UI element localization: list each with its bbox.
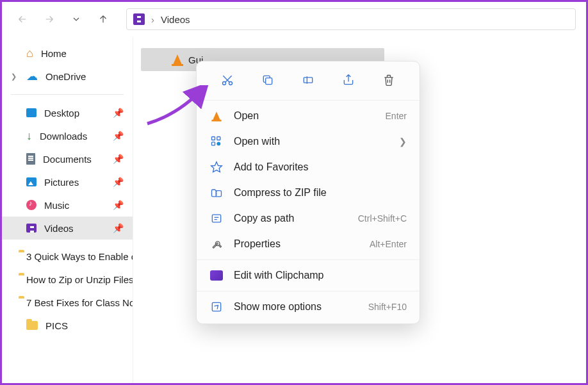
sidebar-item-home[interactable]: ⌂ Home [2, 42, 133, 65]
context-separator [197, 100, 420, 101]
svg-rect-2 [265, 78, 272, 85]
up-button[interactable] [93, 9, 113, 29]
context-item-label: Add to Favorites [234, 161, 309, 173]
context-item-shortcut: Alt+Enter [370, 239, 407, 249]
pin-icon: 📌 [113, 108, 124, 118]
copy-button[interactable] [256, 69, 280, 91]
svg-rect-9 [212, 215, 220, 222]
context-item-shortcut: Ctrl+Shift+C [358, 213, 407, 224]
videos-folder-icon [133, 13, 145, 25]
download-icon: ↓ [26, 129, 32, 143]
context-item-shortcut: Enter [386, 111, 407, 121]
sidebar-separator [11, 94, 124, 95]
context-item-copy-path[interactable]: Copy as path Ctrl+Shift+C [197, 206, 420, 231]
sidebar-item-documents[interactable]: Documents 📌 [2, 147, 133, 170]
pin-icon: 📌 [113, 200, 124, 210]
sidebar-item-music[interactable]: Music 📌 [2, 193, 133, 217]
context-item-favorites[interactable]: Add to Favorites [197, 154, 420, 180]
sidebar-item-label: How to Zip or Unzip Files [26, 274, 133, 285]
forward-button[interactable] [39, 9, 60, 29]
svg-marker-8 [211, 162, 222, 172]
context-item-label: Edit with Clipchamp [234, 270, 324, 281]
sidebar-item-desktop[interactable]: Desktop 📌 [2, 101, 133, 124]
vlc-icon [173, 54, 182, 65]
breadcrumb-current: Videos [161, 14, 190, 25]
context-item-label: Copy as path [234, 213, 294, 224]
sidebar-folder-item[interactable]: PICS [2, 314, 133, 337]
desktop-icon [26, 108, 37, 117]
zip-icon [209, 186, 224, 200]
navigation-pane: ⌂ Home ❯ ☁ OneDrive Desktop 📌 ↓ Download… [2, 37, 133, 383]
context-item-clipchamp[interactable]: Edit with Clipchamp [197, 263, 420, 288]
context-item-label: Properties [234, 238, 281, 250]
context-item-more-options[interactable]: Show more options Shift+F10 [197, 294, 420, 320]
chevron-right-icon: ❯ [11, 72, 19, 81]
sidebar-item-label: Pictures [44, 177, 79, 188]
clipchamp-icon [209, 268, 224, 283]
context-separator [197, 259, 420, 260]
context-item-open[interactable]: Open Enter [197, 103, 420, 129]
copy-path-icon [209, 211, 224, 225]
breadcrumb-separator: › [151, 14, 154, 25]
cloud-icon: ☁ [26, 69, 38, 83]
sidebar-item-label: 3 Quick Ways to Enable or Disable [26, 251, 133, 262]
properties-icon [209, 237, 224, 251]
videos-icon [26, 224, 37, 233]
sidebar-item-pictures[interactable]: Pictures 📌 [2, 170, 133, 193]
star-icon [209, 160, 224, 174]
cut-button[interactable] [215, 69, 240, 91]
context-item-compress[interactable]: Compress to ZIP file [197, 180, 420, 206]
pictures-icon [26, 177, 37, 186]
sidebar-item-label: Desktop [44, 108, 79, 119]
music-icon [26, 200, 37, 210]
pin-icon: 📌 [113, 131, 124, 141]
svg-rect-10 [212, 302, 220, 311]
sidebar-item-label: 7 Best Fixes for Class Not Registered [26, 297, 133, 308]
more-options-icon [209, 300, 224, 314]
context-item-properties[interactable]: Properties Alt+Enter [197, 231, 420, 257]
home-icon: ⌂ [26, 47, 33, 60]
address-bar[interactable]: › Videos [126, 8, 576, 30]
sidebar-item-label: Music [44, 200, 69, 211]
sidebar-folder-item[interactable]: 7 Best Fixes for Class Not Registered [2, 291, 133, 314]
context-item-shortcut: Shift+F10 [368, 302, 407, 312]
sidebar-item-label: Documents [43, 154, 92, 165]
context-item-label: Show more options [234, 301, 322, 313]
svg-rect-4 [212, 137, 215, 140]
sidebar-item-label: Videos [44, 223, 74, 234]
nav-toolbar: › Videos [2, 2, 586, 37]
svg-rect-3 [304, 78, 312, 83]
svg-point-1 [229, 82, 232, 85]
share-button[interactable] [336, 69, 361, 91]
sidebar-item-onedrive[interactable]: ❯ ☁ OneDrive [2, 65, 133, 88]
sidebar-folder-item[interactable]: How to Zip or Unzip Files [2, 268, 133, 291]
documents-icon [26, 153, 35, 165]
svg-rect-5 [212, 142, 215, 145]
sidebar-item-label: OneDrive [45, 71, 86, 82]
context-item-open-with[interactable]: Open with ❯ [197, 129, 420, 154]
back-button[interactable] [12, 9, 33, 29]
context-toolbar [197, 65, 420, 97]
sidebar-item-label: PICS [45, 320, 68, 331]
folder-icon [26, 321, 38, 330]
sidebar-folder-item[interactable]: 3 Quick Ways to Enable or Disable [2, 245, 133, 268]
recent-dropdown[interactable] [66, 9, 86, 29]
context-item-label: Open with [234, 136, 280, 147]
pin-icon: 📌 [113, 177, 124, 187]
svg-rect-6 [217, 137, 220, 140]
open-with-icon [209, 135, 224, 149]
svg-point-0 [222, 82, 225, 85]
sidebar-item-downloads[interactable]: ↓ Downloads 📌 [2, 124, 133, 147]
pin-icon: 📌 [113, 154, 124, 164]
context-item-label: Open [234, 110, 259, 122]
pin-icon: 📌 [113, 223, 124, 233]
rename-button[interactable] [296, 69, 320, 91]
context-menu: Open Enter Open with ❯ Add to Favorites … [196, 61, 420, 324]
sidebar-item-videos[interactable]: Videos 📌 [2, 217, 133, 240]
vlc-icon [209, 109, 224, 123]
delete-button[interactable] [377, 69, 401, 91]
sidebar-item-label: Home [41, 48, 67, 59]
svg-point-7 [216, 142, 220, 145]
context-item-label: Compress to ZIP file [234, 187, 327, 199]
chevron-right-icon: ❯ [399, 136, 407, 147]
